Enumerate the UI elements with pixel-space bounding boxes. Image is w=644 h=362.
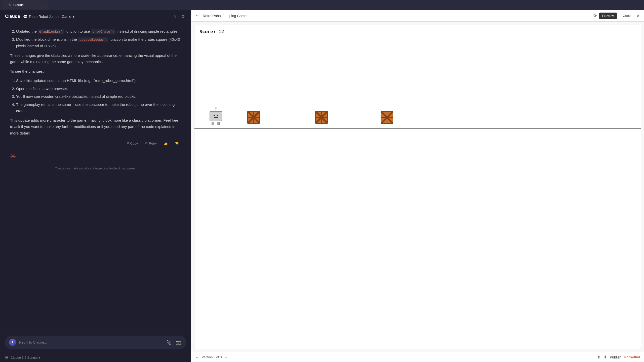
retry-button[interactable]: ↺ Retry (143, 141, 159, 146)
bottom-bar: ☰ Claude 3.5 Sonnet ▾ (0, 353, 191, 362)
reply-input[interactable] (19, 340, 162, 344)
code-drawblocks: drawBlocks() (38, 29, 64, 34)
score-label: Score: (199, 29, 216, 34)
list-item: You'll now see wooden crate-like obstacl… (16, 93, 181, 100)
model-dropdown-icon: ▾ (39, 356, 41, 359)
pocketlint-logo: Pocketlint (624, 355, 640, 359)
pocketlint-highlight: lint (635, 355, 640, 359)
robot-eye-left (214, 115, 215, 116)
pocketlint-text: Pocket (624, 355, 635, 359)
left-panel: Claude 💬 Retro Robot Jumper Game ▾ ☆ ⚙ U… (0, 10, 191, 362)
claude-asterisk-icon: ✳ (10, 152, 16, 161)
robot-eyes (214, 115, 218, 116)
version-prev-button[interactable]: ← (195, 355, 199, 359)
browser-tab-claude[interactable]: ✳ Claude (3, 1, 48, 9)
top-bar-right: ☆ ⚙ (172, 13, 186, 20)
preview-title: Retro Robot Jumping Game (203, 14, 590, 18)
crate-2-xlines (316, 112, 327, 123)
message-footer: ⧉ Copy ↺ Retry 👍 👎 (10, 140, 181, 148)
robot-character (210, 109, 222, 124)
crate-1 (247, 111, 260, 124)
crate-2 (315, 111, 328, 124)
robot-antenna (216, 109, 216, 111)
retry-label: Retry (149, 142, 157, 145)
preview-back-button[interactable]: ← (195, 13, 200, 18)
robot-body (210, 111, 222, 121)
footer-right: ⬆ ⬇ Publish Pocketlint (597, 355, 640, 359)
chat-content: Updated the drawBlocks() function to use… (0, 23, 191, 332)
star-button[interactable]: ☆ (172, 13, 177, 20)
conversation-title-btn[interactable]: 💬 Retro Robot Jumper Game ▾ (23, 15, 74, 19)
game-score: Score: 12 (194, 25, 641, 38)
crate-3-xlines (381, 112, 393, 123)
top-bar: Claude 💬 Retro Robot Jumper Game ▾ ☆ ⚙ (0, 10, 191, 23)
dropdown-arrow-icon: ▾ (73, 15, 74, 19)
claude-logo: Claude (5, 14, 20, 19)
code-tab-button[interactable]: Code (619, 13, 634, 19)
copy-icon: ⧉ (127, 141, 129, 145)
robot-leg-right (217, 122, 220, 125)
list-item: Save this updated code as an HTML file (… (16, 77, 181, 84)
chat-icon: 💬 (23, 15, 27, 19)
robot-leg-left (212, 122, 214, 125)
copy-label: Copy (130, 142, 138, 145)
version-navigation: ← Version 3 of 3 → (195, 355, 228, 359)
model-selector[interactable]: Claude 3.5 Sonnet ▾ (11, 356, 41, 359)
message-body: Updated the drawBlocks() function to use… (10, 28, 181, 136)
robot-mouth (214, 117, 218, 118)
item2-text-prefix: Updated the (16, 29, 38, 33)
paragraph-3: This update adds more character to the g… (10, 117, 181, 137)
preview-close-button[interactable]: ✕ (636, 13, 640, 19)
settings-button[interactable]: ⚙ (180, 13, 186, 20)
publish-button[interactable]: Publish (610, 355, 621, 359)
preview-footer: ← Version 3 of 3 → ⬆ ⬇ Publish Pocketlin… (191, 352, 644, 362)
crate-3 (381, 111, 393, 124)
game-preview: Score: 12 (194, 25, 641, 349)
code-updateblocks: updateBlocks() (78, 37, 108, 42)
list-item: Open the file in a web browser. (16, 85, 181, 92)
sidebar-toggle-button[interactable]: ☰ (5, 355, 9, 360)
ground-line (194, 128, 641, 129)
browser-chrome: ✳ Claude (0, 0, 644, 10)
preview-tab-button[interactable]: Preview (599, 13, 617, 19)
code-drawcrate: drawCrate() (91, 29, 115, 34)
model-label: Claude 3.5 Sonnet (11, 356, 38, 359)
crate-1-xlines (248, 112, 259, 123)
thumbs-down-button[interactable]: 👎 (173, 141, 181, 146)
user-avatar: A (9, 339, 16, 346)
attach-button[interactable]: 📎 (165, 339, 172, 346)
version-text: Version 3 of 3 (202, 355, 222, 359)
score-value: 12 (219, 29, 224, 34)
thumbs-up-button[interactable]: 👍 (162, 141, 170, 146)
list-item: The gameplay remains the same – use the … (16, 101, 181, 114)
paragraph-2: To see the changes: (10, 68, 181, 75)
app-layout: Claude 💬 Retro Robot Jumper Game ▾ ☆ ⚙ U… (0, 10, 644, 362)
list-item: Updated the drawBlocks() function to use… (16, 28, 181, 35)
tab-label: Claude (13, 3, 24, 7)
input-row: A 📎 📷 (5, 336, 186, 349)
share-button[interactable]: ⬆ (597, 355, 600, 359)
item2-text-mid: function to use (65, 29, 91, 33)
conversation-title-text: Retro Robot Jumper Game (29, 15, 71, 19)
list-item: Modified the block dimensions in the upd… (16, 36, 181, 49)
game-canvas (194, 38, 641, 144)
preview-controls: ⟳ Preview Code ✕ (593, 13, 640, 19)
copy-button[interactable]: ⧉ Copy (125, 140, 140, 146)
right-panel: ← Retro Robot Jumping Game ⟳ Preview Cod… (191, 10, 644, 362)
paragraph-1: These changes give the obstacles a more … (10, 52, 181, 65)
input-icons: 📎 📷 (165, 339, 182, 346)
preview-refresh-button[interactable]: ⟳ (593, 13, 597, 18)
retry-icon: ↺ (145, 142, 148, 145)
robot-face (214, 115, 218, 118)
robot-eye-right (217, 115, 218, 116)
robot-legs (210, 122, 222, 125)
input-area: A 📎 📷 (0, 332, 191, 353)
claude-indicator: ✳ (10, 148, 181, 165)
item2-text-suffix: instead of drawing simple rectangles. (116, 29, 179, 33)
camera-button[interactable]: 📷 (175, 339, 182, 346)
download-button[interactable]: ⬇ (603, 355, 607, 359)
preview-header: ← Retro Robot Jumping Game ⟳ Preview Cod… (191, 10, 644, 22)
item3-text-prefix: Modified the block dimensions in the (16, 37, 78, 41)
version-next-button[interactable]: → (224, 355, 228, 359)
disclaimer-text: Claude can make mistakes. Please double-… (10, 165, 181, 172)
